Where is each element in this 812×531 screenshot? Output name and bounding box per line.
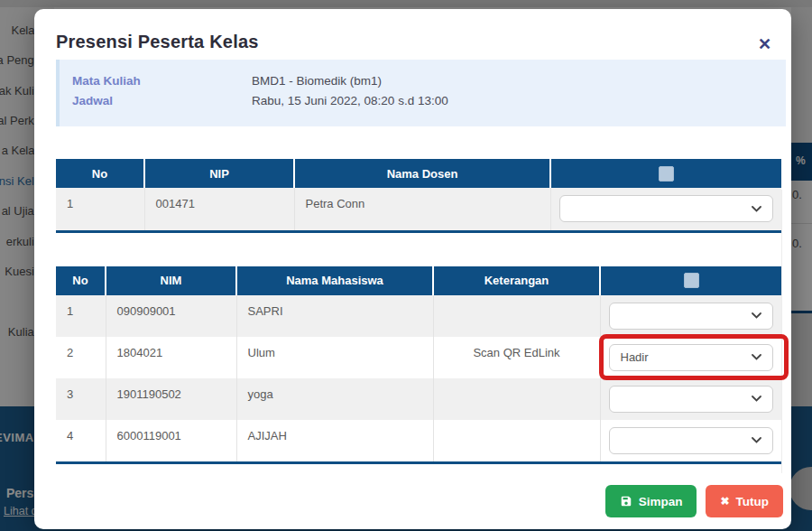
table-header-row: No NIP Nama Dosen xyxy=(56,159,781,188)
cell-keterangan xyxy=(433,295,600,337)
table-row: 3 1901190502 yoga xyxy=(56,378,781,420)
modal-body: Mata Kuliah BMD1 - Biomedik (bm1) Jadwal… xyxy=(34,54,791,473)
mata-kuliah-label: Mata Kuliah xyxy=(72,71,252,91)
cell-nip: 001471 xyxy=(144,188,294,231)
chevron-down-icon xyxy=(752,312,761,319)
select-all-checkbox[interactable] xyxy=(659,166,674,182)
table-header-row: No NIM Nama Mahasiswa Keterangan xyxy=(56,266,781,295)
save-button[interactable]: Simpan xyxy=(605,485,697,517)
chevron-down-icon xyxy=(752,396,761,402)
chevron-down-icon xyxy=(752,206,761,212)
cell-nim: 1901190502 xyxy=(106,378,236,420)
jadwal-label: Jadwal xyxy=(72,91,252,111)
cell-keterangan xyxy=(433,378,600,420)
col-header-no: No xyxy=(56,159,144,188)
cell-no: 4 xyxy=(56,420,106,463)
cell-no: 1 xyxy=(56,188,144,231)
col-header-nama-dosen: Nama Dosen xyxy=(294,159,550,188)
chevron-down-icon xyxy=(752,354,761,360)
scrollbar-track[interactable] xyxy=(781,190,782,473)
col-header-no: No xyxy=(56,266,106,295)
attendance-select[interactable] xyxy=(609,386,774,413)
table-row: 2 1804021 Ulum Scan QR EdLink Hadir xyxy=(56,337,781,378)
jadwal-value: Rabu, 15 Juni 2022, 08:20 s.d 13:00 xyxy=(252,91,448,111)
modal-header: Presensi Peserta Kelas ✕ xyxy=(34,9,791,54)
dosen-table: No NIP Nama Dosen 1 001471 Petra Conn xyxy=(56,159,781,233)
col-header-nim: NIM xyxy=(106,266,236,295)
cell-nama: Ulum xyxy=(236,337,433,378)
screen: Kelas a Penga ak Kulia al Perku a Kelas … xyxy=(0,0,812,531)
cell-nim: 1804021 xyxy=(106,337,236,378)
class-info-panel: Mata Kuliah BMD1 - Biomedik (bm1) Jadwal… xyxy=(56,60,786,126)
col-header-keterangan: Keterangan xyxy=(433,266,600,295)
save-icon xyxy=(620,495,632,508)
close-icon[interactable]: ✕ xyxy=(758,36,771,52)
cell-keterangan: Scan QR EdLink xyxy=(433,337,600,378)
attendance-select[interactable] xyxy=(559,195,774,222)
cell-nama: Petra Conn xyxy=(294,188,550,231)
col-header-select-all xyxy=(550,159,781,188)
mata-kuliah-value: BMD1 - Biomedik (bm1) xyxy=(252,71,382,91)
x-icon: ✖ xyxy=(720,495,729,508)
cell-no: 2 xyxy=(56,337,106,378)
cell-nim: 6000119001 xyxy=(106,420,236,463)
cell-nim: 090909001 xyxy=(106,295,236,337)
cell-nama: yoga xyxy=(236,378,433,420)
attendance-select[interactable] xyxy=(609,303,774,330)
cell-keterangan xyxy=(433,420,600,463)
cell-nama: AJIJAH xyxy=(236,420,433,463)
chevron-down-icon xyxy=(752,437,761,443)
cell-nama: SAPRI xyxy=(236,295,433,337)
select-all-checkbox[interactable] xyxy=(684,273,699,288)
modal-footer: Simpan ✖ Tutup xyxy=(34,473,791,529)
attendance-select-hadir[interactable]: Hadir xyxy=(609,344,774,371)
col-header-nama-mahasiswa: Nama Mahasiswa xyxy=(236,266,433,295)
cell-no: 1 xyxy=(56,295,106,337)
presensi-modal: Presensi Peserta Kelas ✕ Mata Kuliah BMD… xyxy=(34,9,791,529)
table-row: 1 090909001 SAPRI xyxy=(56,295,781,337)
close-button[interactable]: ✖ Tutup xyxy=(706,485,783,517)
save-button-label: Simpan xyxy=(639,495,683,508)
mahasiswa-table: No NIM Nama Mahasiswa Keterangan 1 09090… xyxy=(56,266,781,464)
select-value: Hadir xyxy=(621,350,649,364)
close-button-label: Tutup xyxy=(736,495,769,508)
cell-no: 3 xyxy=(56,378,106,420)
modal-title: Presensi Peserta Kelas xyxy=(56,32,259,51)
table-row: 4 6000119001 AJIJAH xyxy=(56,420,781,463)
col-header-nip: NIP xyxy=(144,159,294,188)
col-header-select-all xyxy=(600,266,781,295)
attendance-select[interactable] xyxy=(609,427,774,454)
table-row: 1 001471 Petra Conn xyxy=(56,188,781,231)
